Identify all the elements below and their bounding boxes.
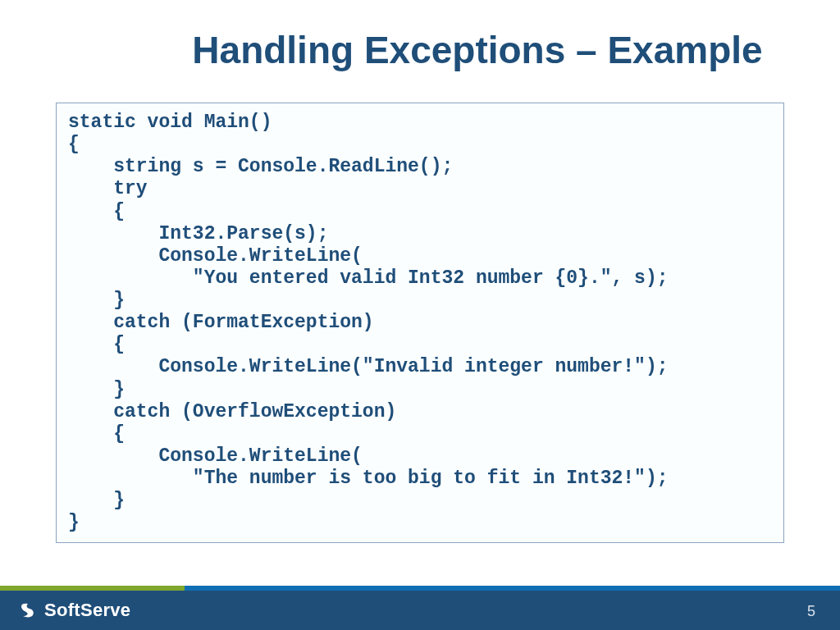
code-example-box: static void Main() { string s = Console.… xyxy=(56,103,784,543)
page-number: 5 xyxy=(807,603,815,620)
brand-name: SoftServe xyxy=(44,600,130,621)
slide: Handling Exceptions – Example static voi… xyxy=(0,0,840,630)
code-example: static void Main() { string s = Console.… xyxy=(68,112,772,534)
footer-bar: SoftServe 5 xyxy=(0,591,840,630)
brand-logo-icon xyxy=(18,600,38,620)
slide-title: Handling Exceptions – Example xyxy=(0,28,840,72)
brand-logo: SoftServe xyxy=(18,600,130,621)
